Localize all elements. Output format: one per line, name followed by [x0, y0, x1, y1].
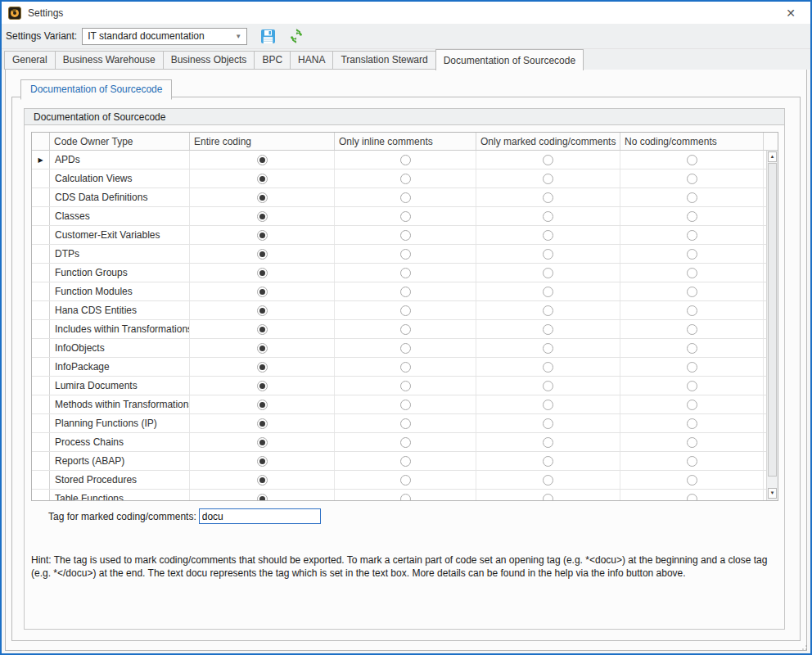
- tag-input[interactable]: [199, 508, 321, 524]
- radio-cell[interactable]: [190, 226, 335, 244]
- radio-cell[interactable]: [190, 358, 335, 376]
- radio-unselected-icon[interactable]: [687, 418, 697, 429]
- tab-bpc[interactable]: BPC: [254, 51, 291, 70]
- header-only-inline-comments[interactable]: Only inline comments: [335, 133, 476, 150]
- header-no-coding-comments[interactable]: No coding/comments: [620, 133, 764, 150]
- radio-unselected-icon[interactable]: [543, 155, 553, 165]
- radio-unselected-icon[interactable]: [687, 211, 697, 222]
- radio-unselected-icon[interactable]: [687, 400, 697, 410]
- radio-unselected-icon[interactable]: [400, 418, 411, 429]
- radio-unselected-icon[interactable]: [687, 287, 697, 297]
- radio-cell[interactable]: [190, 490, 335, 501]
- radio-unselected-icon[interactable]: [543, 249, 553, 260]
- radio-selected-icon[interactable]: [257, 287, 268, 297]
- radio-selected-icon[interactable]: [257, 418, 268, 429]
- radio-cell[interactable]: [335, 301, 476, 319]
- radio-unselected-icon[interactable]: [543, 418, 553, 429]
- radio-unselected-icon[interactable]: [687, 174, 697, 184]
- radio-unselected-icon[interactable]: [543, 268, 553, 278]
- radio-unselected-icon[interactable]: [543, 494, 553, 502]
- radio-cell[interactable]: [190, 395, 335, 413]
- radio-cell[interactable]: [620, 339, 764, 357]
- radio-cell[interactable]: [476, 207, 620, 225]
- radio-unselected-icon[interactable]: [400, 362, 411, 373]
- radio-cell[interactable]: [190, 320, 335, 338]
- radio-unselected-icon[interactable]: [400, 211, 411, 222]
- radio-unselected-icon[interactable]: [543, 362, 553, 373]
- tab-business-objects[interactable]: Business Objects: [163, 51, 255, 70]
- radio-unselected-icon[interactable]: [687, 362, 697, 373]
- radio-selected-icon[interactable]: [257, 494, 268, 502]
- radio-unselected-icon[interactable]: [687, 268, 697, 278]
- radio-cell[interactable]: [476, 301, 620, 319]
- radio-cell[interactable]: [335, 320, 476, 338]
- radio-unselected-icon[interactable]: [543, 456, 553, 467]
- radio-cell[interactable]: [190, 433, 335, 451]
- radio-cell[interactable]: [476, 395, 620, 413]
- radio-unselected-icon[interactable]: [687, 343, 697, 354]
- radio-unselected-icon[interactable]: [543, 305, 553, 316]
- radio-unselected-icon[interactable]: [687, 494, 697, 502]
- radio-cell[interactable]: [620, 377, 764, 395]
- radio-unselected-icon[interactable]: [687, 192, 697, 203]
- radio-unselected-icon[interactable]: [400, 343, 411, 354]
- radio-unselected-icon[interactable]: [543, 324, 553, 335]
- radio-unselected-icon[interactable]: [543, 400, 553, 410]
- radio-cell[interactable]: [190, 188, 335, 206]
- radio-unselected-icon[interactable]: [400, 268, 411, 278]
- radio-cell[interactable]: [620, 358, 764, 376]
- radio-cell[interactable]: [335, 169, 476, 187]
- radio-cell[interactable]: [620, 151, 764, 169]
- radio-cell[interactable]: [190, 471, 335, 489]
- radio-unselected-icon[interactable]: [687, 230, 697, 241]
- radio-selected-icon[interactable]: [257, 305, 268, 316]
- radio-cell[interactable]: [620, 395, 764, 413]
- radio-cell[interactable]: [620, 226, 764, 244]
- radio-cell[interactable]: [190, 282, 335, 300]
- header-entire-coding[interactable]: Entire coding: [190, 133, 335, 150]
- radio-unselected-icon[interactable]: [400, 192, 411, 203]
- radio-cell[interactable]: [476, 169, 620, 187]
- radio-unselected-icon[interactable]: [400, 456, 411, 467]
- radio-unselected-icon[interactable]: [400, 155, 411, 165]
- radio-unselected-icon[interactable]: [543, 287, 553, 297]
- radio-unselected-icon[interactable]: [543, 211, 553, 222]
- radio-cell[interactable]: [190, 377, 335, 395]
- radio-unselected-icon[interactable]: [400, 494, 411, 502]
- radio-cell[interactable]: [190, 452, 335, 470]
- radio-cell[interactable]: [620, 245, 764, 263]
- radio-unselected-icon[interactable]: [687, 249, 697, 260]
- radio-cell[interactable]: [476, 358, 620, 376]
- radio-unselected-icon[interactable]: [400, 230, 411, 241]
- header-only-marked-coding-comments[interactable]: Only marked coding/comments: [476, 133, 620, 150]
- inner-tab-documentation-of-sourcecode[interactable]: Documentation of Sourcecode: [20, 79, 172, 100]
- radio-selected-icon[interactable]: [257, 268, 268, 278]
- radio-cell[interactable]: [476, 471, 620, 489]
- radio-cell[interactable]: [620, 433, 764, 451]
- tab-hana[interactable]: HANA: [290, 51, 333, 70]
- radio-cell[interactable]: [335, 377, 476, 395]
- radio-cell[interactable]: [620, 188, 764, 206]
- radio-unselected-icon[interactable]: [687, 324, 697, 335]
- radio-unselected-icon[interactable]: [543, 230, 553, 241]
- radio-selected-icon[interactable]: [257, 249, 268, 260]
- radio-cell[interactable]: [476, 377, 620, 395]
- radio-cell[interactable]: [620, 452, 764, 470]
- radio-cell[interactable]: [335, 395, 476, 413]
- radio-selected-icon[interactable]: [257, 362, 268, 373]
- radio-cell[interactable]: [476, 151, 620, 169]
- radio-cell[interactable]: [335, 245, 476, 263]
- radio-cell[interactable]: [335, 282, 476, 300]
- radio-unselected-icon[interactable]: [543, 174, 553, 184]
- scroll-up-icon[interactable]: ▲: [768, 151, 777, 162]
- tab-documentation-of-sourcecode[interactable]: Documentation of Sourcecode: [435, 49, 584, 70]
- scrollbar-thumb[interactable]: [768, 163, 777, 477]
- radio-selected-icon[interactable]: [257, 192, 268, 203]
- close-icon[interactable]: ✕: [786, 7, 796, 19]
- radio-cell[interactable]: [335, 226, 476, 244]
- radio-cell[interactable]: [476, 339, 620, 357]
- radio-cell[interactable]: [476, 320, 620, 338]
- radio-selected-icon[interactable]: [257, 211, 268, 222]
- radio-cell[interactable]: [620, 264, 764, 282]
- save-button[interactable]: [260, 29, 276, 44]
